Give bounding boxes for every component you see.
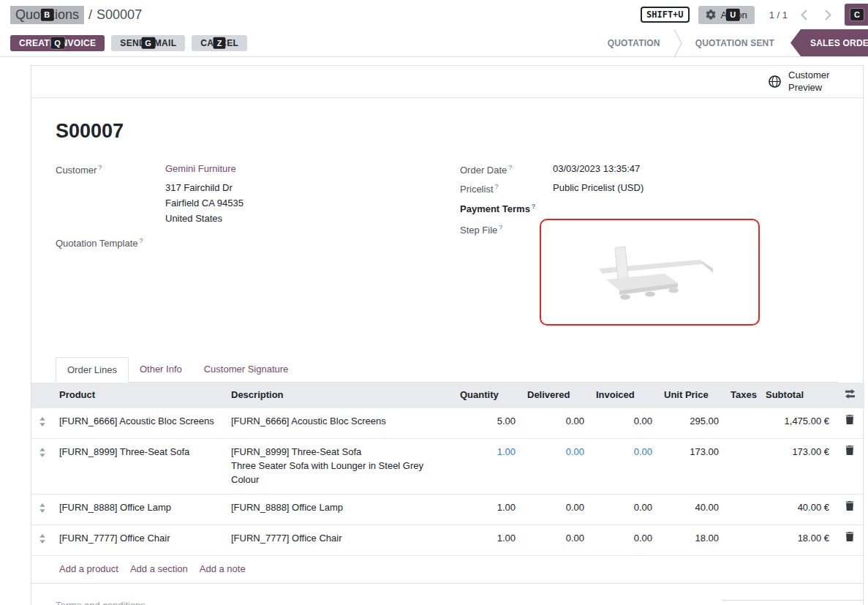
field-customer-value: Gemini Furniture 317 Fairchild Dr Fairfi… — [165, 163, 244, 226]
cell-description[interactable]: [FURN_6666] Acoustic Bloc Screens — [225, 407, 454, 438]
total-box: Total: 1,706.00 € — [722, 600, 863, 605]
delete-row-button[interactable] — [835, 525, 864, 555]
tab-other-info[interactable]: Other Info — [129, 357, 193, 382]
step-file-annotation-box — [540, 219, 760, 326]
send-email-button[interactable]: SEND EMAIL G — [111, 35, 185, 51]
add-section-link[interactable]: Add a section — [130, 563, 188, 574]
pager-previous-button[interactable] — [796, 8, 812, 22]
row-drag-handle[interactable] — [31, 525, 53, 555]
sheet-footer: Terms and conditions... Total: 1,706.00 … — [56, 600, 839, 605]
address-line: Fairfield CA 94535 — [165, 195, 244, 211]
cell-unit-price[interactable]: 295.00 — [658, 407, 725, 438]
row-drag-handle[interactable] — [31, 438, 53, 495]
field-order-date-label: Order Date? — [460, 163, 553, 176]
cell-taxes[interactable] — [725, 525, 760, 555]
help-marker: ? — [98, 164, 102, 171]
cell-subtotal: 18.00 € — [760, 525, 835, 555]
cell-description[interactable]: [FURN_7777] Office Chair — [225, 525, 454, 555]
column-header-subtotal: Subtotal — [760, 383, 835, 408]
cell-subtotal: 40.00 € — [760, 495, 835, 525]
stage-separator-icon — [673, 29, 682, 56]
cell-unit-price[interactable]: 18.00 — [658, 525, 725, 555]
field-customer-label: Customer? — [56, 163, 165, 226]
stage-sales-order[interactable]: SALES ORDER — [790, 29, 868, 56]
action-menu-button[interactable]: Action U — [698, 6, 755, 24]
statusbar: QUOTATION QUOTATION SENT SALES ORDER — [595, 29, 868, 56]
add-product-link[interactable]: Add a product — [59, 563, 118, 574]
field-pricelist-label: Pricelist? — [460, 182, 553, 195]
delete-row-button[interactable] — [835, 438, 864, 495]
terms-placeholder[interactable]: Terms and conditions... — [56, 600, 154, 605]
cell-taxes[interactable] — [725, 495, 760, 525]
trash-icon — [845, 532, 854, 541]
column-header-taxes: Taxes — [725, 383, 760, 408]
cell-product[interactable]: [FURN_6666] Acoustic Bloc Screens — [53, 407, 225, 438]
trash-icon — [845, 415, 854, 424]
help-marker: ? — [508, 164, 512, 171]
cell-invoiced[interactable]: 0.00 — [590, 407, 658, 438]
field-payment-terms-label: Payment Terms? — [460, 202, 553, 214]
field-quotation-template-label: Quotation Template? — [56, 236, 165, 249]
form-grid: Customer? Gemini Furniture 317 Fairchild… — [56, 163, 839, 332]
cell-unit-price[interactable]: 40.00 — [658, 495, 725, 525]
column-header-delivered: Delivered — [521, 383, 590, 408]
cell-taxes[interactable] — [725, 407, 760, 438]
tab-customer-signature[interactable]: Customer Signature — [193, 357, 300, 382]
cell-quantity[interactable]: 5.00 — [454, 407, 521, 438]
order-line-row: [FURN_8888] Office Lamp [FURN_8888] Offi… — [31, 495, 864, 525]
customer-link[interactable]: Gemini Furniture — [165, 163, 236, 174]
cell-delivered[interactable]: 0.00 — [521, 438, 590, 495]
step-file-3d-preview — [577, 239, 723, 305]
cell-delivered[interactable]: 0.00 — [521, 407, 590, 438]
delete-row-button[interactable] — [835, 407, 864, 438]
cell-quantity[interactable]: 1.00 — [454, 495, 521, 525]
sheet-header: Customer Preview — [31, 66, 863, 98]
create-invoice-button[interactable]: CREATE INVOICE Q — [10, 35, 105, 51]
order-line-row: [FURN_8999] Three-Seat Sofa [FURN_8999] … — [31, 438, 864, 495]
cell-unit-price[interactable]: 173.00 — [658, 438, 725, 495]
order-lines-table: Product Description Quantity Delivered I… — [31, 383, 864, 555]
optional-columns-toggle-icon — [845, 389, 856, 399]
tab-order-lines[interactable]: Order Lines — [56, 357, 129, 383]
cell-quantity[interactable]: 1.00 — [454, 438, 521, 495]
stage-quotation-sent[interactable]: QUOTATION SENT — [682, 29, 788, 56]
stage-quotation[interactable]: QUOTATION — [595, 29, 673, 56]
field-quotation-template: Quotation Template? — [56, 236, 460, 249]
cell-product[interactable]: [FURN_8999] Three-Seat Sofa — [53, 438, 225, 495]
cell-invoiced[interactable]: 0.00 — [590, 525, 658, 555]
address-line: 317 Fairchild Dr — [165, 180, 244, 195]
order-date-value[interactable]: 03/03/2023 13:35:47 — [553, 163, 640, 176]
row-drag-handle[interactable] — [31, 495, 53, 525]
field-customer: Customer? Gemini Furniture 317 Fairchild… — [56, 163, 460, 226]
notebook-tabs: Order Lines Other Info Customer Signatur… — [56, 357, 839, 383]
cancel-button[interactable]: CANCEL Z — [192, 35, 247, 51]
breadcrumb-parent[interactable]: Quotations B — [10, 6, 84, 24]
customer-address: 317 Fairchild Dr Fairfield CA 94535 Unit… — [165, 180, 244, 226]
cell-invoiced[interactable]: 0.00 — [590, 495, 658, 525]
form-sheet: Customer Preview S00007 Customer? Gemini… — [31, 65, 864, 605]
delete-row-button[interactable] — [835, 495, 864, 525]
hint-badge-cancel: Z — [214, 37, 226, 49]
cell-description[interactable]: [FURN_8999] Three-Seat Sofa Three Seater… — [225, 438, 454, 495]
cell-taxes[interactable] — [725, 438, 760, 495]
customer-preview-label: Customer Preview — [788, 69, 835, 94]
pager: 1 / 1 — [769, 10, 788, 20]
cell-product[interactable]: [FURN_7777] Office Chair — [53, 525, 225, 555]
pricelist-value[interactable]: Public Pricelist (USD) — [553, 182, 644, 195]
top-right-button[interactable]: C — [845, 4, 868, 26]
cell-product[interactable]: [FURN_8888] Office Lamp — [53, 495, 225, 525]
cell-invoiced[interactable]: 0.00 — [590, 438, 658, 495]
drag-handle-icon — [39, 417, 46, 426]
cell-quantity[interactable]: 1.00 — [454, 525, 521, 555]
add-note-link[interactable]: Add a note — [200, 563, 246, 574]
optional-columns-toggle-button[interactable] — [845, 389, 856, 401]
cell-delivered[interactable]: 0.00 — [521, 525, 590, 555]
customer-preview-button[interactable]: Customer Preview — [768, 69, 835, 94]
cell-delivered[interactable]: 0.00 — [521, 495, 590, 525]
gear-icon — [706, 10, 716, 20]
pager-next-button[interactable] — [820, 8, 836, 22]
cell-description[interactable]: [FURN_8888] Office Lamp — [225, 495, 454, 525]
control-panel-buttons: CREATE INVOICE Q SEND EMAIL G CANCEL Z — [0, 29, 247, 56]
column-header-product: Product — [53, 383, 225, 408]
row-drag-handle[interactable] — [31, 407, 53, 438]
